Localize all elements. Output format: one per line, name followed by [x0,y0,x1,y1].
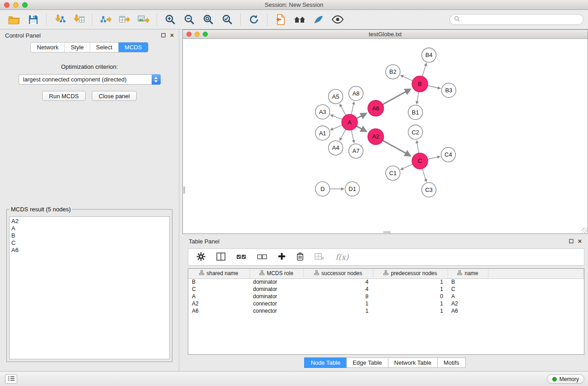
graph-edge[interactable] [422,63,426,76]
delete-icon[interactable] [296,252,304,262]
network-zoom-button[interactable] [203,32,208,37]
graph-node-D1[interactable]: D1 [345,182,359,196]
export-image-icon[interactable] [135,11,152,28]
table-cell[interactable]: connector [249,300,303,307]
graph-node-B[interactable]: B [412,76,428,92]
close-table-panel-icon[interactable]: × [578,238,582,244]
eye-icon[interactable] [330,11,346,28]
table-cell[interactable]: connector [249,307,303,315]
table-row[interactable]: A2connector11A2 [188,300,584,307]
graph-edge[interactable] [428,157,440,159]
zoom-in-icon[interactable] [162,11,178,28]
tab-mcds[interactable]: MCDS [119,43,148,52]
network-canvas[interactable]: B4B2BB3A5A8A6A3B1AC2A1A2A4A7C4CC1C3DD1 [183,39,588,234]
graph-edge[interactable] [401,75,413,81]
mcds-result-item[interactable]: A [11,225,167,232]
zoom-out-icon[interactable] [181,11,197,28]
table-cell[interactable]: 8 [303,293,373,300]
graph-edge[interactable] [330,125,342,130]
graph-node-A[interactable]: A [342,114,358,130]
column-header-successor-nodes[interactable]: successor nodes [303,269,373,278]
table-cell[interactable]: 4 [303,278,373,286]
float-panel-icon[interactable] [161,33,166,38]
table-cell[interactable]: 0 [373,293,448,300]
table-row[interactable]: Bdominator41B [188,278,584,286]
show-columns-icon[interactable] [216,253,225,262]
mcds-result-item[interactable]: C [11,239,167,247]
network-minimize-button[interactable] [195,32,200,37]
table-cell[interactable]: dominator [249,278,303,286]
vertical-scrollbar-thumb[interactable] [183,186,185,194]
column-header-name[interactable]: name [448,269,488,278]
network-close-button[interactable] [186,32,191,37]
graph-edge[interactable] [357,126,367,132]
graph-node-C2[interactable]: C2 [408,125,423,139]
table-cell[interactable]: B [188,278,249,286]
zoom-fit-icon[interactable] [200,11,216,28]
mcds-result-item[interactable]: B [11,232,167,239]
zoom-window-button[interactable] [22,2,28,8]
graph-edge[interactable] [351,102,354,114]
graph-node-A2[interactable]: A2 [368,129,384,145]
table-cell[interactable]: 4 [303,286,373,293]
mcds-result-item[interactable]: A2 [11,218,167,225]
tab-network[interactable]: Network [31,43,65,52]
tab-motifs[interactable]: Motifs [437,357,466,368]
home-icon[interactable] [292,11,308,28]
table-cell[interactable]: dominator [249,286,303,293]
graph-edge[interactable] [417,92,419,104]
close-window-button[interactable] [4,2,10,8]
resize-grip[interactable] [582,228,587,233]
graph-node-A4[interactable]: A4 [329,141,343,155]
graph-node-A8[interactable]: A8 [349,86,363,101]
table-cell[interactable]: C [448,286,488,293]
open-session-icon[interactable] [6,11,22,28]
table-row[interactable]: A6connector11A6 [188,307,584,315]
graph-edge[interactable] [382,140,411,156]
table-cell[interactable]: A2 [188,300,249,307]
add-icon[interactable] [278,253,286,262]
graph-node-A7[interactable]: A7 [349,144,363,158]
table-cell[interactable]: C [188,286,249,293]
table-cell[interactable]: 1 [373,300,448,307]
horizontal-scrollbar-thumb[interactable] [383,231,391,233]
graph-node-A1[interactable]: A1 [316,126,330,140]
graph-edge[interactable] [401,164,413,170]
mcds-result-list[interactable]: A2ABCA6 [9,216,170,359]
table-cell[interactable]: B [448,278,488,286]
table-cell[interactable]: A6 [188,307,249,315]
close-panel-button[interactable]: Close panel [92,91,137,101]
column-header-shared-name[interactable]: shared name [188,269,249,278]
settings-gear-icon[interactable] [196,252,206,262]
graph-node-B1[interactable]: B1 [408,105,423,119]
table-cell[interactable]: A [188,293,249,300]
memory-button[interactable]: Memory [547,374,584,384]
table-cell[interactable]: A [448,293,488,300]
export-table-icon[interactable] [116,11,133,28]
table-cell[interactable]: dominator [249,293,303,300]
table-cell[interactable]: 1 [303,307,373,315]
search-input[interactable] [462,16,579,23]
tab-network-table[interactable]: Network Table [388,357,438,368]
graph-edge[interactable] [351,130,354,143]
import-network-icon[interactable] [52,11,68,28]
table-cell[interactable]: A6 [448,307,488,315]
tab-edge-table[interactable]: Edge Table [346,357,388,368]
graph-edge[interactable] [330,115,342,119]
network-canvas-svg[interactable]: B4B2BB3A5A8A6A3B1AC2A1A2A4A7C4CC1C3DD1 [183,39,588,234]
graph-node-C3[interactable]: C3 [422,183,436,197]
graph-edge[interactable] [422,168,426,181]
graph-node-D[interactable]: D [316,182,330,196]
unselect-all-icon[interactable] [257,253,267,262]
column-header-predecessor-nodes[interactable]: predecessor nodes [373,269,448,278]
export-network-icon[interactable] [97,11,114,28]
float-table-panel-icon[interactable] [569,239,574,243]
task-history-button[interactable] [5,374,17,384]
tab-select[interactable]: Select [90,43,119,52]
graph-node-B2[interactable]: B2 [386,65,400,79]
graph-edge[interactable] [382,89,411,105]
import-table-icon[interactable] [71,11,87,28]
graph-node-B4[interactable]: B4 [422,48,436,62]
run-mcds-button[interactable]: Run MCDS [42,91,86,101]
paint-style-icon[interactable] [311,11,327,28]
